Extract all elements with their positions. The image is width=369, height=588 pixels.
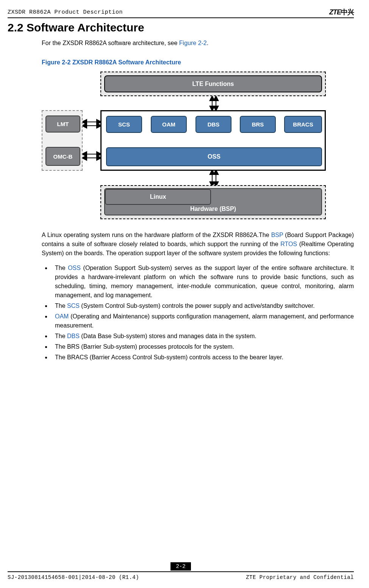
rtos-link[interactable]: RTOS <box>280 241 297 247</box>
dbs-link[interactable]: DBS <box>67 333 80 339</box>
bullet-text: (Data Base Sub-system) stores and manage… <box>80 333 256 339</box>
dbs-box: DBS <box>195 116 231 133</box>
section-heading: 2.2 Software Architecture <box>8 21 354 34</box>
footer-left: SJ-20130814154658-001|2014-08-20 (R1.4) <box>8 574 139 580</box>
footer-rule <box>8 571 354 572</box>
list-item: The SCS (System Control Sub-system) cont… <box>42 301 354 310</box>
page-number-wrap: 2-2 <box>8 562 354 571</box>
hardware-label: Hardware (BSP) <box>105 206 321 212</box>
header-rule <box>8 17 354 18</box>
list-item: OAM (Operating and Maintenance) supports… <box>42 312 354 330</box>
lte-functions-box: LTE Functions <box>104 75 322 92</box>
list-item: The BRACS (Barrier Access Control Sub-sy… <box>42 353 354 362</box>
bullet-text: (System Control Sub-system) controls the… <box>80 303 315 309</box>
list-item: The OSS (Operation Support Sub-system) s… <box>42 264 354 300</box>
page-number: 2-2 <box>170 562 191 571</box>
bullet-text: (Operation Support Sub-system) serves as… <box>55 265 354 298</box>
oss-link[interactable]: OSS <box>68 265 81 271</box>
subsystems-container: SCS OAM DBS BRS BRACS OSS <box>100 110 326 171</box>
omcb-box: OMC-B <box>45 147 80 166</box>
footer: 2-2 SJ-20130814154658-001|2014-08-20 (R1… <box>8 562 354 580</box>
bsp-link[interactable]: BSP <box>271 232 283 238</box>
figure-caption: Figure 2-2 ZXSDR R8862A Software Archite… <box>42 59 354 66</box>
figure: LTE Functions LMT OMC-B SCS OAM DBS BRS … <box>42 72 354 221</box>
bullet-text: The <box>55 265 68 271</box>
scs-link[interactable]: SCS <box>67 303 80 309</box>
list-item: The DBS (Data Base Sub-system) stores an… <box>42 332 354 341</box>
bracs-box: BRACS <box>284 116 322 133</box>
intro-paragraph: For the ZXSDR R8862A software architectu… <box>42 39 354 48</box>
management-container: LMT OMC-B <box>42 110 83 171</box>
bullet-text: The <box>55 333 67 339</box>
footer-right: ZTE Proprietary and Confidential <box>246 574 354 580</box>
oam-link[interactable]: OAM <box>55 313 69 320</box>
platform-container: Linux Hardware (BSP) <box>100 185 326 219</box>
logo: ZTE中兴 <box>329 8 354 17</box>
document-title: ZXSDR R8862A Product Description <box>8 9 123 16</box>
oss-box: OSS <box>106 147 322 166</box>
hardware-box: Linux Hardware (BSP) <box>104 188 322 215</box>
intro-post: . <box>207 40 208 46</box>
logo-text: ZTE <box>329 8 341 16</box>
lte-functions-container: LTE Functions <box>100 72 326 96</box>
linux-box: Linux <box>105 189 211 205</box>
functions-list: The OSS (Operation Support Sub-system) s… <box>42 264 354 362</box>
architecture-diagram: LTE Functions LMT OMC-B SCS OAM DBS BRS … <box>42 72 333 221</box>
scs-box: SCS <box>106 116 142 133</box>
list-item: The BRS (Barrier Sub-system) processes p… <box>42 342 354 351</box>
description-paragraph: A Linux operating system runs on the har… <box>42 231 354 258</box>
bullet-text: The <box>55 303 67 309</box>
para-text-1: A Linux operating system runs on the har… <box>42 232 271 238</box>
brs-box: BRS <box>240 116 276 133</box>
intro-pre: For the ZXSDR R8862A software architectu… <box>42 40 179 46</box>
figure-ref-link[interactable]: Figure 2-2 <box>179 40 207 46</box>
logo-cn: 中兴 <box>341 8 354 16</box>
bullet-text: (Operating and Maintenance) supports con… <box>55 313 354 329</box>
lmt-box: LMT <box>45 115 80 133</box>
oam-box: OAM <box>151 116 187 133</box>
